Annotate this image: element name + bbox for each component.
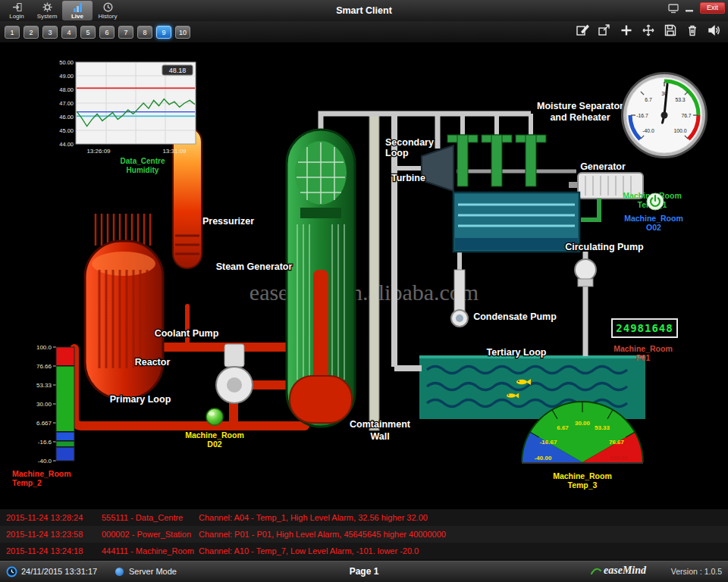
bar-tick: -16.6 [38, 439, 52, 446]
brand-logo: easeMind [590, 565, 646, 577]
lamp-indicator-label: Machine_RoomD02 [184, 430, 245, 449]
tab-history-label: History [99, 13, 118, 20]
lamp-indicator [197, 406, 232, 432]
gear-icon [42, 2, 52, 12]
reactor-label: Reactor [135, 357, 171, 368]
power-switch-label: Machine_RoomO02 [613, 214, 695, 232]
alarm-message: Channel: A10 - Temp_7, Low Level Alarm, … [199, 546, 728, 555]
moisture-separator-label: Moisture Separator [537, 101, 623, 111]
tab-system[interactable]: System [32, 1, 62, 20]
semi-tick: -16.67 [540, 439, 557, 446]
history-clock-icon [103, 2, 113, 12]
bar-tick: 76.66 [36, 363, 52, 370]
turbine-body [422, 146, 453, 191]
bar-tick: 53.33 [36, 382, 52, 389]
page-toolbar: 1 2 3 4 5 6 7 8 9 10 [0, 21, 728, 42]
trend-channel-label: Humidity [127, 166, 159, 174]
edit-icon[interactable] [576, 23, 589, 37]
steam-generator-vessel [287, 130, 355, 427]
titlebar: Login System [0, 0, 728, 21]
minimize-button[interactable] [685, 3, 695, 14]
display-switch-icon[interactable] [668, 3, 679, 14]
pressurizer-label: Pressurizer [202, 216, 254, 227]
semi-tick: 53.33 [595, 424, 610, 431]
page-button-7[interactable]: 7 [118, 26, 133, 39]
coolant-pump-label: Coolant Pump [155, 328, 219, 339]
dial-tick: 53.3 [675, 97, 685, 102]
watermark-text: easemind.en.alibaba.com [249, 280, 479, 305]
smart-client-window: Login System [0, 0, 728, 582]
page-button-5[interactable]: 5 [80, 26, 96, 39]
page-button-3[interactable]: 3 [42, 26, 58, 39]
alarm-station: 444111 - Machine_Room [102, 546, 199, 555]
alarm-row[interactable]: 2015-11-24 13:28:24 555111 - Data_Centre… [0, 509, 728, 526]
secondary-loop-label: Secondary [385, 137, 434, 148]
bar-tick: -40.0 [38, 458, 52, 465]
toolbar-icons [576, 23, 722, 37]
page-button-6[interactable]: 6 [99, 26, 115, 39]
window-controls: Exit [668, 2, 725, 14]
page-button-4[interactable]: 4 [61, 26, 77, 39]
trend-y-label: 45.00 [59, 127, 74, 134]
alarm-row[interactable]: 2015-11-24 13:23:58 000002 - Power_Stati… [0, 526, 728, 543]
page-button-2[interactable]: 2 [24, 26, 39, 39]
moisture-separator-label2: and Reheater [550, 112, 610, 123]
dial-tick: -40.0 [642, 128, 654, 133]
tab-login-label: Login [9, 13, 24, 20]
generator-label: Generator [580, 161, 626, 172]
steam-generator-label: Steam Generator [216, 261, 293, 272]
save-icon[interactable] [664, 23, 677, 37]
bar-gauge-widget: 100.0 76.66 53.33 30.00 6.667 -16.6 -40.… [21, 341, 100, 468]
clock-icon [6, 566, 17, 577]
alarm-list: 2015-11-24 13:28:24 555111 - Data_Centre… [0, 509, 728, 561]
trend-y-label: 46.00 [59, 114, 74, 120]
containment-wall-label: Comtainment [350, 419, 411, 430]
semi-gauge-label: Machine_RoomTemp_3 [544, 471, 620, 490]
volume-icon[interactable] [708, 23, 722, 37]
login-icon [12, 2, 22, 12]
nav-tabs: Login System [2, 0, 123, 21]
move-icon[interactable] [642, 23, 655, 37]
brand-swoosh-icon [590, 565, 602, 577]
containment-wall-label2: Wall [370, 431, 389, 442]
server-mode-indicator [115, 568, 124, 576]
export-icon[interactable] [598, 23, 611, 37]
circulating-pump-label: Circulating Pump [565, 242, 644, 252]
semi-tick: 76.67 [609, 439, 625, 446]
page-button-8[interactable]: 8 [137, 26, 152, 39]
semi-tick: -40.00 [535, 455, 552, 462]
semi-tick: 100.00 [610, 455, 629, 462]
circulating-pump [575, 259, 596, 286]
trend-current-value: 48.18 [169, 67, 187, 74]
trend-station-label: Data_Centre [121, 157, 165, 165]
power-icon [645, 192, 665, 211]
page-button-9[interactable]: 9 [156, 26, 171, 39]
tab-live[interactable]: Live [62, 1, 93, 20]
trend-x-label-start: 13:26:09 [86, 148, 111, 155]
bar-segment-normal [56, 366, 74, 432]
semi-gauge-widget: -40.00 -16.67 6.67 30.00 53.33 76.67 100… [518, 396, 647, 465]
power-switch-button[interactable] [645, 192, 665, 214]
bar-segment-high [56, 347, 74, 366]
alarm-row[interactable]: 2015-11-24 13:24:18 444111 - Machine_Roo… [0, 543, 728, 559]
page-button-1[interactable]: 1 [5, 26, 20, 39]
digital-display-value: 24981648 [616, 322, 673, 334]
exit-button[interactable]: Exit [700, 2, 725, 14]
dial-gauge-widget: -40.0 -16.7 6.7 30 53.3 76.7 100.0 [620, 71, 711, 162]
add-icon[interactable] [620, 23, 633, 37]
alarm-message: Channel: A04 - Temp_1, High Level Alarm,… [199, 513, 728, 522]
coolant-pump [216, 344, 294, 403]
tab-login[interactable]: Login [2, 1, 32, 20]
tab-live-label: Live [71, 13, 83, 20]
alarm-station: 555111 - Data_Centre [102, 513, 199, 522]
tertiary-loop-label: Tertiary Loop [487, 347, 547, 358]
tab-system-label: System [37, 13, 58, 20]
page-button-10[interactable]: 10 [175, 26, 190, 39]
alarm-message: Channel: P01 - P01, High Level Alarm, 45… [199, 530, 728, 539]
secondary-loop-label2: Loop [385, 148, 409, 158]
tab-history[interactable]: History [93, 1, 123, 20]
lamp-icon [197, 406, 232, 429]
status-bar: 24/11/2015 13:31:17 Server Mode Page 1 e… [0, 561, 728, 582]
bar-gauge-label: Machine_RoomTemp_2 [12, 469, 103, 487]
delete-icon[interactable] [686, 23, 699, 37]
